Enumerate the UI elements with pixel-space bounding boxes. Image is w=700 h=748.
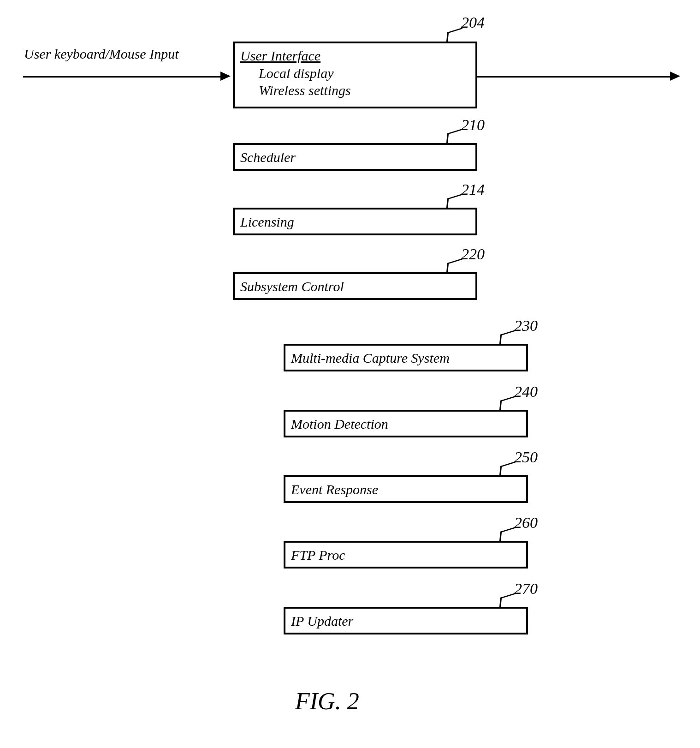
ref-tick-250 [499,461,516,477]
ref-230: 230 [514,317,538,335]
ref-250: 250 [514,449,538,466]
block-event-response: Event Response [284,475,528,503]
diagram-root: User keyboard/Mouse Input User Interface… [0,0,700,748]
block-ip-updater-title: IP Updater [291,613,353,628]
block-ftp-proc-title: FTP Proc [291,547,345,562]
ref-270: 270 [514,580,538,598]
block-ip-updater: IP Updater [284,607,528,634]
ref-260: 260 [514,514,538,532]
block-licensing-title: Licensing [240,214,294,229]
ref-tick-204 [446,28,463,43]
ref-tick-240 [499,396,516,411]
block-ftp-proc: FTP Proc [284,541,528,568]
arrow-ui-output [477,76,671,78]
ref-tick-270 [499,593,516,608]
block-user-interface: User Interface Local display Wireless se… [233,42,477,108]
ref-tick-214 [446,194,463,209]
block-user-interface-title: User Interface [240,48,320,63]
ref-204: 204 [461,14,485,31]
block-subsystem-control: Subsystem Control [233,272,477,300]
ref-220: 220 [461,245,485,263]
input-label: User keyboard/Mouse Input [24,46,178,62]
block-licensing: Licensing [233,208,477,235]
ref-tick-220 [446,258,463,274]
ref-210: 210 [461,116,485,134]
ref-tick-230 [499,330,516,345]
block-user-interface-sub2: Wireless settings [259,82,470,99]
block-user-interface-sub1: Local display [259,65,470,82]
block-event-response-title: Event Response [291,482,378,497]
ref-214: 214 [461,181,485,198]
block-subsystem-control-title: Subsystem Control [240,279,344,294]
ref-tick-260 [499,527,516,542]
figure-label: FIG. 2 [295,688,359,715]
block-scheduler: Scheduler [233,143,477,171]
block-motion-detection-title: Motion Detection [291,416,388,431]
ref-tick-210 [446,129,463,144]
arrow-ui-output-head [670,72,680,81]
arrow-input-to-ui [23,76,221,78]
block-multimedia-capture-title: Multi-media Capture System [291,350,450,365]
block-motion-detection: Motion Detection [284,410,528,437]
ref-240: 240 [514,383,538,401]
block-scheduler-title: Scheduler [240,150,296,165]
block-multimedia-capture: Multi-media Capture System [284,344,528,371]
arrow-input-to-ui-head [220,72,231,81]
